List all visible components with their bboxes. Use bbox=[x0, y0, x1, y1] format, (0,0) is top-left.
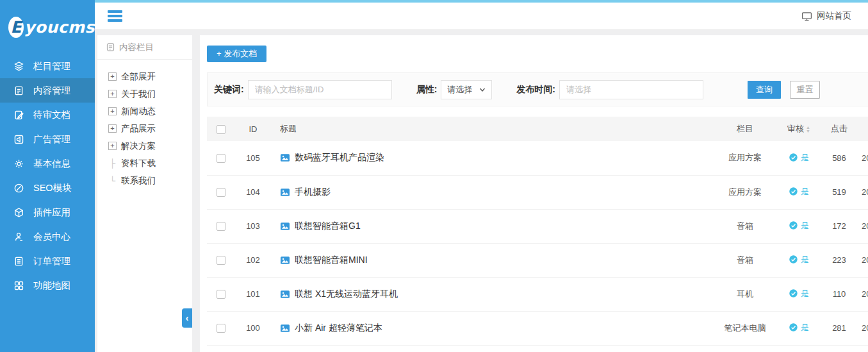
tree-item-label: 解决方案 bbox=[121, 140, 156, 152]
tree-panel-title: 内容栏目 bbox=[119, 42, 154, 53]
sort-icon[interactable]: ▲▼ bbox=[806, 126, 810, 133]
table-header-row: ID 标题 栏目 审核▲▼ 点击 bbox=[207, 117, 868, 141]
table-row: 103 联想智能音箱G1 音箱 是 172 20 bbox=[207, 209, 868, 243]
site-home-label: 网站首页 bbox=[817, 10, 851, 22]
chevron-down-icon bbox=[479, 87, 486, 93]
sidebar-item-label: 插件应用 bbox=[33, 206, 70, 219]
doc-title-link[interactable]: 数码蓝牙耳机产品渲染 bbox=[295, 152, 384, 163]
site-home-link[interactable]: 网站首页 bbox=[801, 10, 851, 22]
attribute-select-value: 请选择 bbox=[447, 84, 472, 96]
sidebar-item-7[interactable]: 会员中心 bbox=[0, 224, 95, 249]
doc-title-link[interactable]: 手机摄影 bbox=[295, 187, 331, 198]
megaphone-icon bbox=[13, 134, 24, 145]
sidebar-item-8[interactable]: 订单管理 bbox=[0, 249, 95, 273]
expand-plus-icon[interactable]: + bbox=[108, 124, 117, 133]
column-header-clicks: 点击 bbox=[821, 117, 858, 141]
audit-status-badge: 是 bbox=[789, 254, 809, 265]
cell-clicks: 586 bbox=[821, 141, 858, 175]
reset-button[interactable]: 重置 bbox=[790, 81, 820, 99]
order-list-icon bbox=[13, 256, 24, 267]
tree-collapse-button[interactable]: ‹ bbox=[182, 308, 192, 328]
expand-plus-icon[interactable]: + bbox=[108, 107, 117, 115]
tree-item-4[interactable]: + 解决方案 bbox=[108, 137, 192, 155]
doc-title-link[interactable]: 联想智能音箱MINI bbox=[295, 255, 368, 266]
cell-extra: 20 bbox=[858, 175, 868, 209]
member-icon bbox=[13, 231, 24, 242]
publish-time-input[interactable] bbox=[559, 80, 703, 99]
tree-item-0[interactable]: + 全部展开 bbox=[108, 68, 192, 85]
select-all-checkbox[interactable] bbox=[217, 125, 225, 134]
document-lines-icon bbox=[106, 42, 115, 52]
expand-plus-icon[interactable]: + bbox=[108, 142, 117, 150]
column-header-audit[interactable]: 审核▲▼ bbox=[777, 117, 821, 141]
doc-title-link[interactable]: 小新 Air 超轻薄笔记本 bbox=[295, 323, 382, 334]
picture-icon bbox=[280, 153, 290, 163]
row-checkbox[interactable] bbox=[217, 256, 225, 265]
cell-clicks: 172 bbox=[821, 209, 858, 243]
sidebar-item-9[interactable]: 功能地图 bbox=[0, 273, 95, 298]
expand-plus-icon[interactable]: + bbox=[108, 90, 117, 98]
category-tree-panel: 内容栏目 + 全部展开 + 关于我们 + 新闻动态 + 产品展示 + 解决方案 … bbox=[97, 35, 192, 352]
cell-clicks: 519 bbox=[821, 175, 858, 209]
picture-icon bbox=[280, 323, 290, 333]
cell-category: 应用方案 bbox=[713, 141, 777, 175]
doc-title-link[interactable]: 联想智能音箱G1 bbox=[295, 221, 361, 232]
picture-icon bbox=[280, 289, 290, 299]
document-icon bbox=[13, 85, 24, 96]
sidebar-item-3[interactable]: 广告管理 bbox=[0, 127, 95, 151]
sidebar-item-4[interactable]: 基本信息 bbox=[0, 151, 95, 176]
row-checkbox[interactable] bbox=[217, 324, 225, 333]
cell-extra: 20 bbox=[858, 141, 868, 175]
hamburger-menu-icon[interactable] bbox=[108, 8, 122, 24]
sidebar-item-5[interactable]: SEO模块 bbox=[0, 176, 95, 200]
sidebar-item-label: 广告管理 bbox=[33, 133, 70, 146]
picture-icon bbox=[280, 255, 290, 265]
publish-doc-button[interactable]: + 发布文档 bbox=[207, 46, 266, 62]
cell-id: 105 bbox=[235, 141, 271, 175]
tree-item-label: 新闻动态 bbox=[121, 106, 156, 117]
audit-status-badge: 是 bbox=[789, 220, 809, 231]
cell-category: 音箱 bbox=[713, 243, 777, 277]
cell-extra: 20 bbox=[858, 209, 868, 243]
keyword-input[interactable] bbox=[248, 80, 392, 99]
doc-title-link[interactable]: 联想 X1无线运动蓝牙耳机 bbox=[295, 289, 398, 300]
row-checkbox[interactable] bbox=[217, 188, 225, 197]
sidebar-item-label: 会员中心 bbox=[33, 231, 70, 243]
search-button[interactable]: 查询 bbox=[748, 81, 781, 99]
sidebar-item-0[interactable]: 栏目管理 bbox=[0, 54, 95, 78]
cube-icon bbox=[13, 207, 24, 218]
tree-item-6[interactable]: └ 联系我们 bbox=[108, 172, 192, 189]
row-checkbox[interactable] bbox=[217, 154, 225, 163]
grid-icon bbox=[13, 280, 24, 291]
chevron-left-icon: ‹ bbox=[186, 313, 189, 323]
table-row: 102 联想智能音箱MINI 音箱 是 223 20 bbox=[207, 243, 868, 277]
column-header-title: 标题 bbox=[271, 117, 713, 141]
gear-icon bbox=[13, 158, 24, 169]
table-row: 105 数码蓝牙耳机产品渲染 应用方案 是 586 20 bbox=[207, 141, 868, 175]
monitor-icon bbox=[801, 11, 812, 22]
sidebar-item-6[interactable]: 插件应用 bbox=[0, 200, 95, 224]
table-row: 101 联想 X1无线运动蓝牙耳机 耳机 是 110 20 bbox=[207, 277, 868, 311]
column-header-id: ID bbox=[235, 117, 271, 141]
picture-icon bbox=[280, 187, 290, 197]
attribute-select[interactable]: 请选择 bbox=[441, 80, 492, 99]
expand-plus-icon[interactable]: + bbox=[108, 72, 117, 81]
sidebar-item-1[interactable]: 内容管理 bbox=[0, 78, 95, 103]
column-header-category: 栏目 bbox=[713, 117, 777, 141]
logo-e-icon: E bbox=[8, 17, 24, 38]
tree-item-2[interactable]: + 新闻动态 bbox=[108, 103, 192, 120]
row-checkbox[interactable] bbox=[217, 290, 225, 299]
app-logo[interactable]: E youcms bbox=[0, 0, 95, 54]
tree-item-3[interactable]: + 产品展示 bbox=[108, 120, 192, 137]
check-circle-icon bbox=[789, 289, 798, 298]
cell-extra: 20 bbox=[858, 311, 868, 345]
tree-item-1[interactable]: + 关于我们 bbox=[108, 85, 192, 103]
row-checkbox[interactable] bbox=[217, 222, 225, 231]
layers-icon bbox=[13, 61, 24, 72]
tree-item-5[interactable]: ├ 资料下载 bbox=[108, 155, 192, 172]
topbar: 网站首页 bbox=[95, 3, 868, 30]
tree-item-label: 关于我们 bbox=[121, 88, 156, 100]
tree-item-label: 资料下载 bbox=[121, 158, 156, 169]
sidebar-item-2[interactable]: 待审文档 bbox=[0, 103, 95, 127]
audit-status-badge: 是 bbox=[789, 152, 809, 163]
